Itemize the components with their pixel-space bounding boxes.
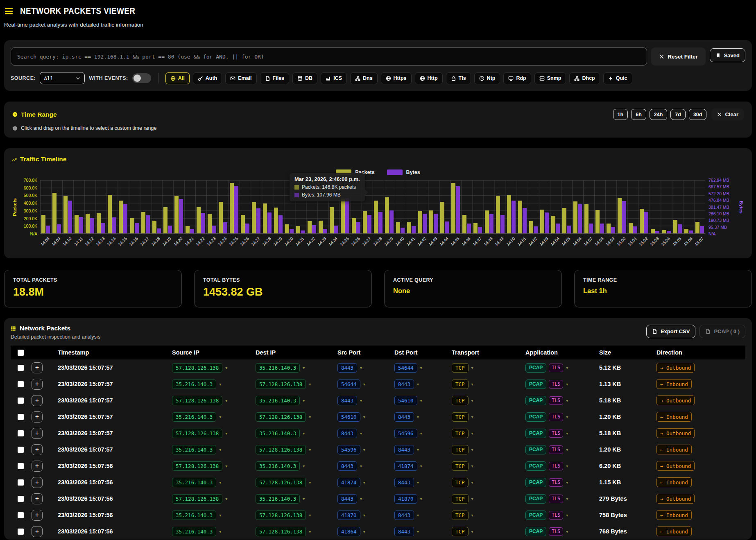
protocol-filter-rdp[interactable]: Rdp	[503, 72, 531, 84]
expand-row-button[interactable]: +	[32, 461, 43, 472]
reset-filter-button[interactable]: Reset Filter	[651, 47, 706, 66]
pcap-export-button[interactable]: PCAP ( 0 )	[699, 325, 745, 338]
saved-button[interactable]: Saved	[710, 48, 745, 62]
dst-port-chip[interactable]: 8443	[394, 478, 414, 487]
dst-port-chip[interactable]: 54596	[394, 429, 417, 438]
expand-row-button[interactable]: +	[32, 444, 43, 455]
transport-chip[interactable]: TCP	[452, 363, 469, 373]
application-tls-badge[interactable]: TLS	[549, 511, 563, 520]
application-pcap-badge[interactable]: PCAP	[525, 429, 546, 438]
dest-ip-chip[interactable]: 35.216.140.3	[256, 494, 300, 504]
source-ip-chip[interactable]: 35.216.140.3	[172, 527, 216, 536]
src-port-chip[interactable]: 8443	[337, 363, 357, 373]
dst-port-chip[interactable]: 54644	[394, 363, 417, 373]
protocol-filter-tls[interactable]: Tls	[446, 72, 471, 84]
application-tls-badge[interactable]: TLS	[549, 462, 563, 470]
application-tls-badge[interactable]: TLS	[549, 364, 563, 372]
dst-port-chip[interactable]: 8443	[394, 412, 414, 422]
src-port-chip[interactable]: 41870	[337, 511, 360, 520]
dst-port-chip[interactable]: 8443	[394, 527, 414, 536]
protocol-filter-auth[interactable]: Auth	[193, 72, 222, 84]
row-checkbox[interactable]	[18, 479, 24, 486]
expand-row-button[interactable]: +	[32, 395, 43, 406]
export-csv-button[interactable]: Export CSV	[646, 325, 696, 338]
protocol-filter-files[interactable]: Files	[260, 72, 290, 84]
protocol-filter-https[interactable]: Https	[381, 72, 412, 84]
source-ip-chip[interactable]: 57.128.126.138	[172, 461, 222, 471]
application-pcap-badge[interactable]: PCAP	[525, 363, 546, 373]
protocol-filter-dns[interactable]: Dns	[350, 72, 378, 84]
row-checkbox[interactable]	[18, 463, 24, 469]
application-pcap-badge[interactable]: PCAP	[525, 380, 546, 389]
dest-ip-chip[interactable]: 57.128.126.138	[256, 412, 306, 422]
src-port-chip[interactable]: 54644	[337, 380, 360, 389]
row-checkbox[interactable]	[18, 365, 24, 371]
application-pcap-badge[interactable]: PCAP	[525, 396, 546, 405]
transport-chip[interactable]: TCP	[452, 511, 469, 520]
src-port-chip[interactable]: 8443	[337, 396, 357, 405]
row-checkbox[interactable]	[18, 512, 24, 518]
row-checkbox[interactable]	[18, 447, 24, 453]
row-checkbox[interactable]	[18, 414, 24, 420]
protocol-filter-http[interactable]: Http	[415, 72, 443, 84]
application-pcap-badge[interactable]: PCAP	[525, 412, 546, 422]
source-select[interactable]: All	[40, 72, 85, 84]
clear-time-range-button[interactable]: Clear	[711, 108, 744, 120]
protocol-filter-all[interactable]: All	[165, 72, 190, 84]
expand-row-button[interactable]: +	[32, 379, 43, 390]
protocol-filter-snmp[interactable]: Snmp	[534, 72, 566, 84]
search-input[interactable]	[11, 47, 647, 66]
protocol-filter-email[interactable]: Email	[225, 72, 256, 84]
protocol-filter-quic[interactable]: Quic	[603, 72, 632, 84]
row-checkbox[interactable]	[18, 496, 24, 502]
source-ip-chip[interactable]: 35.216.140.3	[172, 445, 216, 454]
protocol-filter-ics[interactable]: ICS	[321, 72, 347, 84]
select-all-checkbox[interactable]	[18, 350, 24, 356]
application-pcap-badge[interactable]: PCAP	[525, 445, 546, 454]
application-tls-badge[interactable]: TLS	[549, 396, 563, 405]
protocol-filter-dhcp[interactable]: Dhcp	[569, 72, 600, 84]
transport-chip[interactable]: TCP	[452, 478, 469, 487]
time-preset-7d[interactable]: 7d	[670, 109, 686, 120]
source-ip-chip[interactable]: 35.216.140.3	[172, 380, 216, 389]
source-ip-chip[interactable]: 35.216.140.3	[172, 412, 216, 422]
row-checkbox[interactable]	[18, 398, 24, 404]
source-ip-chip[interactable]: 57.128.126.138	[172, 494, 222, 504]
application-pcap-badge[interactable]: PCAP	[525, 494, 546, 504]
application-pcap-badge[interactable]: PCAP	[525, 478, 546, 487]
dest-ip-chip[interactable]: 35.216.140.3	[256, 429, 300, 438]
dest-ip-chip[interactable]: 35.216.140.3	[256, 396, 300, 405]
dst-port-chip[interactable]: 8443	[394, 445, 414, 454]
application-tls-badge[interactable]: TLS	[549, 495, 563, 503]
transport-chip[interactable]: TCP	[452, 380, 469, 389]
expand-row-button[interactable]: +	[32, 428, 43, 439]
dest-ip-chip[interactable]: 57.128.126.138	[256, 380, 306, 389]
dst-port-chip[interactable]: 41874	[394, 461, 417, 471]
expand-row-button[interactable]: +	[32, 493, 43, 504]
expand-row-button[interactable]: +	[32, 477, 43, 488]
src-port-chip[interactable]: 8443	[337, 494, 357, 504]
application-pcap-badge[interactable]: PCAP	[525, 461, 546, 471]
application-pcap-badge[interactable]: PCAP	[525, 511, 546, 520]
expand-row-button[interactable]: +	[32, 362, 43, 373]
dest-ip-chip[interactable]: 57.128.126.138	[256, 527, 306, 536]
source-ip-chip[interactable]: 35.216.140.3	[172, 478, 216, 487]
application-tls-badge[interactable]: TLS	[549, 380, 563, 389]
expand-row-button[interactable]: +	[32, 526, 43, 537]
application-tls-badge[interactable]: TLS	[549, 527, 563, 536]
dst-port-chip[interactable]: 41870	[394, 494, 417, 504]
src-port-chip[interactable]: 54596	[337, 445, 360, 454]
transport-chip[interactable]: TCP	[452, 412, 469, 422]
application-tls-badge[interactable]: TLS	[549, 413, 563, 421]
source-ip-chip[interactable]: 57.128.126.138	[172, 363, 222, 373]
with-events-toggle[interactable]	[132, 73, 151, 83]
application-tls-badge[interactable]: TLS	[549, 445, 563, 454]
time-preset-24h[interactable]: 24h	[650, 109, 668, 120]
application-pcap-badge[interactable]: PCAP	[525, 527, 546, 536]
dest-ip-chip[interactable]: 35.216.140.3	[256, 363, 300, 373]
time-preset-1h[interactable]: 1h	[613, 109, 628, 120]
transport-chip[interactable]: TCP	[452, 461, 469, 471]
row-checkbox[interactable]	[18, 381, 24, 387]
dest-ip-chip[interactable]: 57.128.126.138	[256, 478, 306, 487]
src-port-chip[interactable]: 8443	[337, 429, 357, 438]
